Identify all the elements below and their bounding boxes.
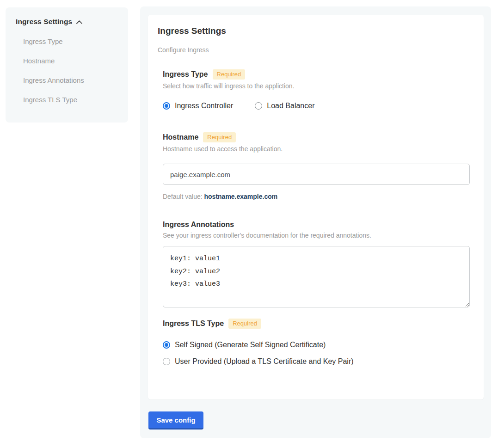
radio-label-load-balancer[interactable]: Load Balancer [267,102,314,110]
radio-label-ingress-controller[interactable]: Ingress Controller [175,102,233,110]
radio-label-user-provided[interactable]: User Provided (Upload a TLS Certificate … [175,357,354,366]
radio-option-user-provided[interactable]: User Provided (Upload a TLS Certificate … [163,357,470,366]
ingress-type-label: Ingress Type [163,70,208,79]
config-main-panel: Ingress Settings Configure Ingress Ingre… [140,6,491,438]
required-badge: Required [228,319,261,329]
annotations-label: Ingress Annotations [163,221,234,229]
sidebar-item-ingress-tls-type[interactable]: Ingress TLS Type [23,96,118,104]
annotations-help: See your ingress controller's documentat… [163,232,470,239]
radio-self-signed[interactable] [163,341,170,349]
radio-load-balancer[interactable] [255,102,262,110]
save-config-button[interactable]: Save config [148,411,203,430]
radio-option-load-balancer[interactable]: Load Balancer [255,102,314,110]
sidebar-item-hostname[interactable]: Hostname [23,57,118,65]
default-value-text: hostname.example.com [204,193,278,200]
section-ingress-type: Ingress Type Required Select how traffic… [163,69,470,110]
ingress-type-options: Ingress Controller Load Balancer [163,102,470,110]
section-hostname: Hostname Required Hostname used to acces… [163,132,470,200]
page-subtitle: Configure Ingress [158,46,470,54]
hostname-label: Hostname [163,133,198,141]
hostname-default-line: Default value: hostname.example.com [163,193,470,200]
chevron-up-icon [76,20,82,24]
config-nav-sidebar: Ingress Settings Ingress Type Hostname I… [6,7,128,123]
radio-option-ingress-controller[interactable]: Ingress Controller [163,102,233,110]
section-ingress-tls-type: Ingress TLS Type Required Self Signed (G… [163,319,470,366]
config-card: Ingress Settings Configure Ingress Ingre… [148,15,484,399]
radio-user-provided[interactable] [163,358,170,365]
page-title: Ingress Settings [158,26,470,36]
sidebar-items: Ingress Type Hostname Ingress Annotation… [16,37,118,104]
hostname-help: Hostname used to access the application. [163,145,470,153]
sidebar-group-toggle[interactable]: Ingress Settings [16,18,118,26]
section-ingress-annotations: Ingress Annotations See your ingress con… [163,221,470,307]
sidebar-group-title: Ingress Settings [16,18,72,26]
annotations-textarea[interactable]: key1: value1 key2: value2 key3: value3 [163,246,470,307]
hostname-input[interactable] [163,164,470,185]
radio-ingress-controller[interactable] [163,102,170,110]
radio-label-self-signed[interactable]: Self Signed (Generate Self Signed Certif… [175,341,326,349]
tls-type-options: Self Signed (Generate Self Signed Certif… [163,341,470,366]
required-badge: Required [213,69,246,80]
radio-option-self-signed[interactable]: Self Signed (Generate Self Signed Certif… [163,341,470,349]
required-badge: Required [203,132,236,142]
tls-type-label: Ingress TLS Type [163,319,224,328]
sidebar-item-ingress-type[interactable]: Ingress Type [23,37,118,46]
default-value-prefix: Default value: [163,193,204,200]
ingress-type-help: Select how traffic will ingress to the a… [163,82,470,90]
sidebar-item-ingress-annotations[interactable]: Ingress Annotations [23,76,118,85]
